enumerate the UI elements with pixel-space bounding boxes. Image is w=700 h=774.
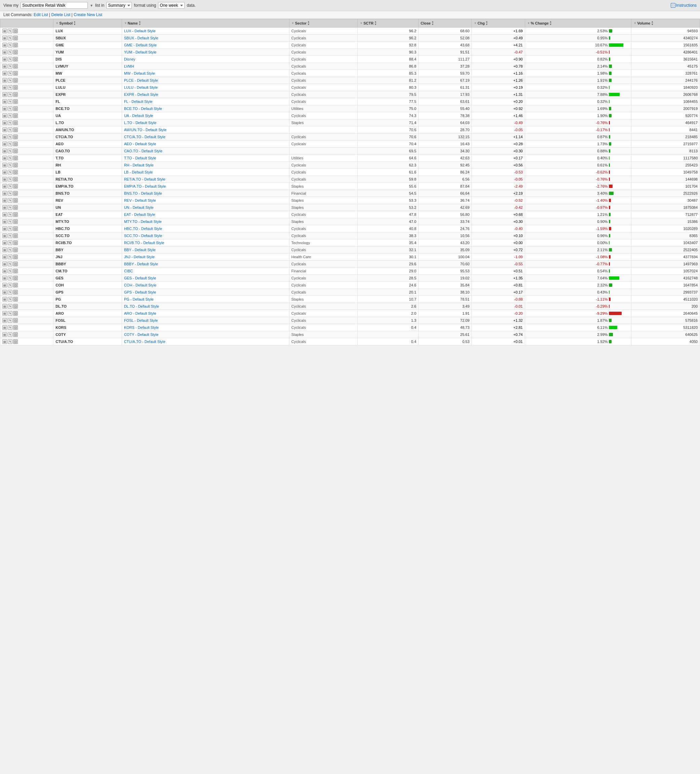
- chart-icon[interactable]: ▤: [2, 248, 7, 252]
- cell-name[interactable]: DL.TO - Default Style: [122, 303, 289, 310]
- annotation-icon[interactable]: ✎: [8, 64, 12, 69]
- annotation-icon[interactable]: ✎: [8, 50, 12, 55]
- cell-name[interactable]: L.TO - Default Style: [122, 119, 289, 126]
- camera-icon[interactable]: ◻: [13, 121, 18, 125]
- camera-icon[interactable]: ◻: [13, 212, 18, 217]
- camera-icon[interactable]: ◻: [13, 240, 18, 245]
- chart-icon[interactable]: ▤: [2, 325, 7, 330]
- camera-icon[interactable]: ◻: [13, 290, 18, 294]
- annotation-icon[interactable]: ✎: [8, 184, 12, 189]
- chart-icon[interactable]: ▤: [2, 92, 7, 97]
- annotation-icon[interactable]: ✎: [8, 142, 12, 146]
- name-link[interactable]: LUX - Default Style: [124, 29, 156, 33]
- chart-icon[interactable]: ▤: [2, 28, 7, 33]
- cell-name[interactable]: BBY - Default Style: [122, 246, 289, 253]
- annotation-icon[interactable]: ✎: [8, 85, 12, 90]
- camera-icon[interactable]: ◻: [13, 113, 18, 118]
- name-link[interactable]: MW - Default Style: [124, 71, 155, 75]
- annotation-icon[interactable]: ✎: [8, 233, 12, 238]
- camera-icon[interactable]: ◻: [13, 170, 18, 175]
- cell-name[interactable]: LULU - Default Style: [122, 84, 289, 91]
- chart-icon[interactable]: ▤: [2, 198, 7, 203]
- chart-icon[interactable]: ▤: [2, 332, 7, 337]
- name-link[interactable]: BCE.TO - Default Style: [124, 107, 162, 111]
- camera-icon[interactable]: ◻: [13, 155, 18, 160]
- name-link[interactable]: L.TO - Default Style: [124, 121, 156, 125]
- annotation-icon[interactable]: ✎: [8, 240, 12, 245]
- annotation-icon[interactable]: ✎: [8, 283, 12, 288]
- annotation-icon[interactable]: ✎: [8, 261, 12, 266]
- name-link[interactable]: CTC/A.TO - Default Style: [124, 135, 165, 139]
- cell-name[interactable]: RCI/B.TO - Default Style: [122, 240, 289, 246]
- annotation-icon[interactable]: ✎: [8, 205, 12, 210]
- col-name[interactable]: ▼ Name ▲▼: [122, 19, 289, 28]
- cell-name[interactable]: T.TO - Default Style: [122, 155, 289, 162]
- annotation-icon[interactable]: ✎: [8, 92, 12, 97]
- camera-icon[interactable]: ◻: [13, 177, 18, 182]
- cell-name[interactable]: FOSL - Default Style: [122, 317, 289, 324]
- cell-name[interactable]: UN - Default Style: [122, 204, 289, 211]
- col-volume[interactable]: ▼ Volume ▲▼: [631, 19, 700, 28]
- cell-name[interactable]: BBBY - Default Style: [122, 261, 289, 268]
- camera-icon[interactable]: ◻: [13, 304, 18, 309]
- cell-name[interactable]: KORS - Default Style: [122, 324, 289, 331]
- chart-icon[interactable]: ▤: [2, 78, 7, 83]
- down-arrow-icon[interactable]: ▼: [90, 4, 93, 7]
- camera-icon[interactable]: ◻: [13, 248, 18, 252]
- annotation-icon[interactable]: ✎: [8, 28, 12, 33]
- camera-icon[interactable]: ◻: [13, 99, 18, 104]
- camera-icon[interactable]: ◻: [13, 50, 18, 55]
- timeframe-select[interactable]: One week: [158, 2, 185, 9]
- annotation-icon[interactable]: ✎: [8, 170, 12, 175]
- col-chg[interactable]: ▼ Chg ▲▼: [472, 19, 525, 28]
- chart-icon[interactable]: ▤: [2, 339, 7, 344]
- delete-list-link[interactable]: Delete List: [51, 12, 71, 17]
- annotation-icon[interactable]: ✎: [8, 191, 12, 196]
- annotation-icon[interactable]: ✎: [8, 121, 12, 125]
- cell-name[interactable]: MTY.TO - Default Style: [122, 218, 289, 225]
- chart-icon[interactable]: ▤: [2, 233, 7, 238]
- annotation-icon[interactable]: ✎: [8, 57, 12, 61]
- chart-icon[interactable]: ▤: [2, 261, 7, 266]
- chart-icon[interactable]: ▤: [2, 155, 7, 160]
- chart-icon[interactable]: ▤: [2, 127, 7, 132]
- chart-icon[interactable]: ▤: [2, 50, 7, 55]
- annotation-icon[interactable]: ✎: [8, 149, 12, 153]
- name-link[interactable]: CIBC: [124, 269, 133, 273]
- annotation-icon[interactable]: ✎: [8, 290, 12, 294]
- create-new-list-link[interactable]: Create New List: [74, 12, 102, 17]
- annotation-icon[interactable]: ✎: [8, 255, 12, 259]
- chart-icon[interactable]: ▤: [2, 191, 7, 196]
- chart-icon[interactable]: ▤: [2, 290, 7, 294]
- camera-icon[interactable]: ◻: [13, 261, 18, 266]
- name-link[interactable]: LULU - Default Style: [124, 85, 158, 89]
- annotation-icon[interactable]: ✎: [8, 177, 12, 182]
- name-link[interactable]: BNS.TO - Default Style: [124, 191, 162, 195]
- cell-name[interactable]: LVMH: [122, 63, 289, 70]
- camera-icon[interactable]: ◻: [13, 57, 18, 61]
- chart-icon[interactable]: ▤: [2, 184, 7, 189]
- chart-icon[interactable]: ▤: [2, 212, 7, 217]
- col-close[interactable]: Close ▲▼: [419, 19, 472, 28]
- camera-icon[interactable]: ◻: [13, 219, 18, 224]
- edit-list-link[interactable]: Edit List: [34, 12, 48, 17]
- chart-icon[interactable]: ▤: [2, 134, 7, 139]
- camera-icon[interactable]: ◻: [13, 184, 18, 189]
- camera-icon[interactable]: ◻: [13, 226, 18, 231]
- col-sector[interactable]: ▼ Sector ▲▼: [289, 19, 358, 28]
- camera-icon[interactable]: ◻: [13, 149, 18, 153]
- chart-icon[interactable]: ▤: [2, 121, 7, 125]
- camera-icon[interactable]: ◻: [13, 191, 18, 196]
- camera-icon[interactable]: ◻: [13, 134, 18, 139]
- camera-icon[interactable]: ◻: [13, 36, 18, 40]
- camera-icon[interactable]: ◻: [13, 325, 18, 330]
- name-link[interactable]: EAT - Default Style: [124, 212, 156, 217]
- name-link[interactable]: CAO.TO - Default Style: [124, 149, 162, 153]
- annotation-icon[interactable]: ✎: [8, 78, 12, 83]
- cell-name[interactable]: SCC.TO - Default Style: [122, 232, 289, 240]
- annotation-icon[interactable]: ✎: [8, 155, 12, 160]
- cell-name[interactable]: Disney: [122, 56, 289, 63]
- chart-icon[interactable]: ▤: [2, 170, 7, 175]
- camera-icon[interactable]: ◻: [13, 297, 18, 302]
- cell-name[interactable]: MW - Default Style: [122, 70, 289, 77]
